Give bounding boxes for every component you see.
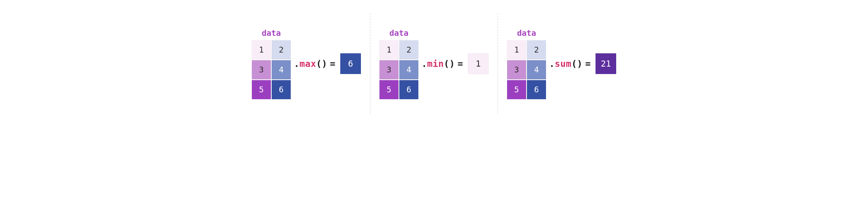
panel-max: data 1 2 3 4 5 6 .max()= 6 (243, 13, 370, 114)
equals-sign: = (327, 58, 337, 69)
result-cell: 6 (340, 53, 361, 74)
matrix-wrap: data 1 2 3 4 5 6 (379, 28, 418, 99)
panel-sum: data 1 2 3 4 5 6 .sum()= 21 (498, 13, 625, 114)
matrix-cell: 6 (527, 80, 546, 99)
matrix-cell: 4 (272, 60, 291, 79)
matrix-cell: 5 (379, 80, 399, 99)
matrix-title: data (261, 28, 281, 38)
operation-label: .sum()= (549, 58, 592, 69)
matrix-grid: 1 2 3 4 5 6 (252, 40, 291, 99)
matrix-cell: 3 (379, 60, 399, 79)
matrix-title: data (389, 28, 408, 38)
matrix-grid: 1 2 3 4 5 6 (379, 40, 418, 99)
operation-label: .max()= (294, 58, 337, 69)
dot: . (549, 58, 555, 69)
dot: . (422, 58, 427, 69)
open-paren: ( (444, 58, 450, 69)
close-paren: ) (450, 58, 455, 69)
function-name: max (300, 58, 316, 69)
matrix-cell: 1 (252, 40, 271, 59)
matrix-cell: 2 (272, 40, 291, 59)
close-paren: ) (577, 58, 583, 69)
matrix-cell: 5 (507, 80, 526, 99)
panel-block: data 1 2 3 4 5 6 .max()= 6 (252, 28, 361, 99)
result-cell: 1 (468, 53, 489, 74)
matrix-cell: 2 (527, 40, 546, 59)
result-cell: 21 (595, 53, 616, 74)
dot: . (294, 58, 300, 69)
panel-block: data 1 2 3 4 5 6 .min()= 1 (379, 28, 489, 99)
close-paren: ) (322, 58, 327, 69)
matrix-grid: 1 2 3 4 5 6 (507, 40, 546, 99)
panel-min: data 1 2 3 4 5 6 .min()= 1 (370, 13, 498, 114)
matrix-cell: 5 (252, 80, 271, 99)
matrix-cell: 6 (399, 80, 418, 99)
function-name: sum (555, 58, 571, 69)
matrix-cell: 4 (527, 60, 546, 79)
matrix-cell: 3 (252, 60, 271, 79)
matrix-cell: 4 (399, 60, 418, 79)
diagram-row: data 1 2 3 4 5 6 .max()= 6 data (243, 13, 625, 114)
matrix-cell: 1 (379, 40, 399, 59)
matrix-cell: 3 (507, 60, 526, 79)
matrix-wrap: data 1 2 3 4 5 6 (252, 28, 291, 99)
equals-sign: = (583, 58, 592, 69)
panel-block: data 1 2 3 4 5 6 .sum()= 21 (507, 28, 616, 99)
equals-sign: = (455, 58, 465, 69)
matrix-cell: 2 (399, 40, 418, 59)
matrix-title: data (517, 28, 536, 38)
matrix-cell: 1 (507, 40, 526, 59)
function-name: min (427, 58, 444, 69)
matrix-wrap: data 1 2 3 4 5 6 (507, 28, 546, 99)
matrix-cell: 6 (272, 80, 291, 99)
open-paren: ( (571, 58, 577, 69)
open-paren: ( (316, 58, 322, 69)
operation-label: .min()= (422, 58, 465, 69)
